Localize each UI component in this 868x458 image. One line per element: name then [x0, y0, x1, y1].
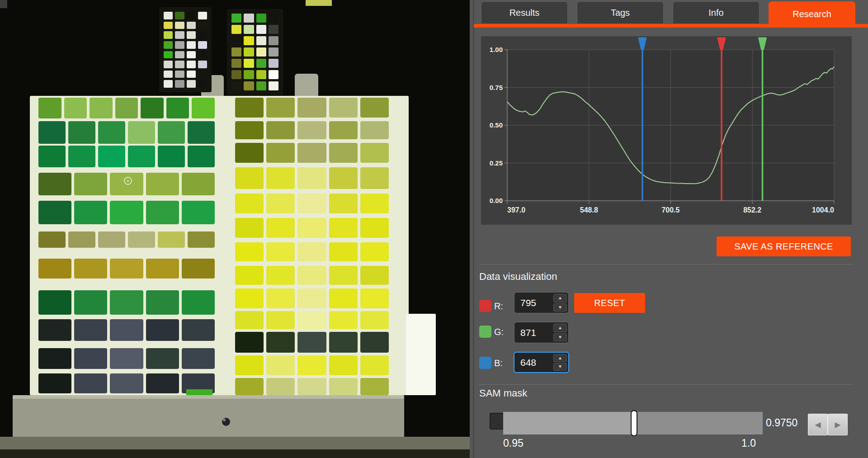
paint-tile	[38, 290, 71, 315]
red-wavelength-input[interactable]: 795 ▲ ▼	[514, 292, 569, 313]
checker-patch	[175, 22, 184, 29]
blue-spinner: ▲ ▼	[553, 354, 567, 371]
arrow-left-icon: ◀	[815, 420, 821, 430]
tab-results-label: Results	[509, 8, 540, 18]
checker-patch	[269, 36, 278, 45]
tile-row-left-2	[38, 121, 215, 144]
paint-tile	[235, 355, 264, 375]
paint-tile	[266, 167, 295, 189]
paint-tile	[38, 121, 66, 144]
checker-patch	[198, 80, 207, 88]
camera-image-view[interactable]	[0, 0, 470, 458]
tile-row-right-7	[235, 242, 389, 261]
paint-tile	[38, 231, 66, 248]
paint-tile	[297, 242, 326, 261]
checker-patch	[269, 25, 278, 34]
red-wavelength-value[interactable]: 795	[514, 293, 553, 313]
svg-text:0.00: 0.00	[490, 197, 503, 204]
paint-tile	[266, 242, 295, 261]
paint-tile	[110, 259, 143, 279]
checker-patch	[164, 71, 173, 78]
sam-threshold-value: 0.9750	[766, 417, 797, 429]
checker-patch	[256, 14, 266, 23]
green-spinner: ▲ ▼	[553, 324, 567, 341]
tile-row-right-9	[235, 288, 389, 308]
paint-tile	[74, 201, 107, 224]
checker-patch	[187, 61, 196, 68]
checker-patch	[256, 81, 266, 90]
checker-patch	[198, 51, 207, 59]
tab-research[interactable]: Research	[769, 1, 855, 27]
blue-spin-up-icon[interactable]: ▲	[553, 354, 567, 362]
green-spin-up-icon[interactable]: ▲	[553, 324, 567, 332]
paint-tile	[38, 201, 71, 224]
checker-patch	[198, 22, 207, 29]
paint-tile	[182, 290, 215, 315]
slider-handle[interactable]	[631, 410, 637, 436]
svg-text:0.75: 0.75	[490, 84, 503, 91]
checker-patch	[198, 31, 207, 39]
red-spin-up-icon[interactable]: ▲	[553, 294, 567, 302]
green-wavelength-value[interactable]: 871	[514, 322, 553, 343]
paint-tile	[235, 266, 264, 285]
paint-tile	[360, 167, 389, 189]
green-edge-tile	[186, 389, 212, 396]
spectral-reflectance-chart[interactable]: 397.0548.8700.5852.21004.01.000.750.500.…	[481, 36, 852, 225]
paint-tile	[297, 121, 326, 139]
tab-results[interactable]: Results	[481, 1, 568, 24]
checker-patch	[244, 59, 254, 68]
reset-button[interactable]: RESET	[574, 293, 645, 313]
paint-tile	[38, 348, 71, 369]
checker-patch	[231, 59, 241, 68]
paint-tile	[38, 146, 66, 167]
paint-tile	[74, 319, 107, 341]
sam-threshold-slider[interactable]	[503, 412, 763, 434]
paint-tile	[74, 348, 107, 369]
paint-tile	[98, 146, 125, 167]
decrement-button[interactable]: ◀	[808, 414, 828, 435]
slider-fill	[503, 412, 634, 434]
tile-row-right-11	[235, 332, 389, 353]
paint-tile	[329, 167, 358, 189]
paint-tile	[235, 242, 264, 261]
paint-tile	[360, 218, 389, 238]
paint-tile	[297, 194, 326, 213]
tab-info[interactable]: Info	[673, 1, 760, 24]
blue-spin-down-icon[interactable]: ▼	[553, 363, 567, 371]
paint-tile	[297, 143, 326, 163]
white-card	[406, 314, 436, 395]
paint-tile	[98, 231, 125, 248]
paint-tile	[266, 355, 295, 375]
paint-tile	[74, 290, 107, 315]
tile-row-left-3	[38, 146, 215, 167]
paint-tile	[146, 259, 179, 279]
paint-tile	[115, 98, 138, 118]
blue-wavelength-input[interactable]: 648 ▲ ▼	[514, 352, 569, 373]
green-spin-down-icon[interactable]: ▼	[553, 333, 567, 342]
paint-tile	[297, 98, 326, 118]
paint-tile	[235, 143, 264, 163]
checker-patch	[164, 12, 173, 19]
paint-tile	[266, 143, 295, 163]
paint-tile	[146, 319, 179, 341]
paint-tile	[329, 218, 358, 238]
checker-patch	[269, 14, 278, 23]
paint-tile	[38, 319, 71, 341]
paint-tile	[266, 194, 295, 213]
blue-wavelength-value[interactable]: 648	[514, 353, 553, 372]
paint-tile	[110, 373, 143, 393]
paint-tile	[235, 378, 264, 395]
green-wavelength-input[interactable]: 871 ▲ ▼	[514, 322, 569, 343]
save-as-reference-button[interactable]: SAVE AS REFERENCE	[717, 236, 851, 256]
paint-tile	[329, 266, 358, 285]
checker-patch	[231, 25, 241, 34]
red-spin-down-icon[interactable]: ▼	[553, 303, 567, 312]
checker-patch	[269, 70, 278, 79]
paint-tile	[146, 290, 179, 315]
tab-tags[interactable]: Tags	[577, 1, 664, 24]
increment-button[interactable]: ▶	[828, 414, 848, 435]
paint-tile	[68, 231, 95, 248]
paint-tile	[188, 121, 215, 144]
paint-tile	[360, 121, 389, 139]
paint-tile	[297, 167, 326, 189]
